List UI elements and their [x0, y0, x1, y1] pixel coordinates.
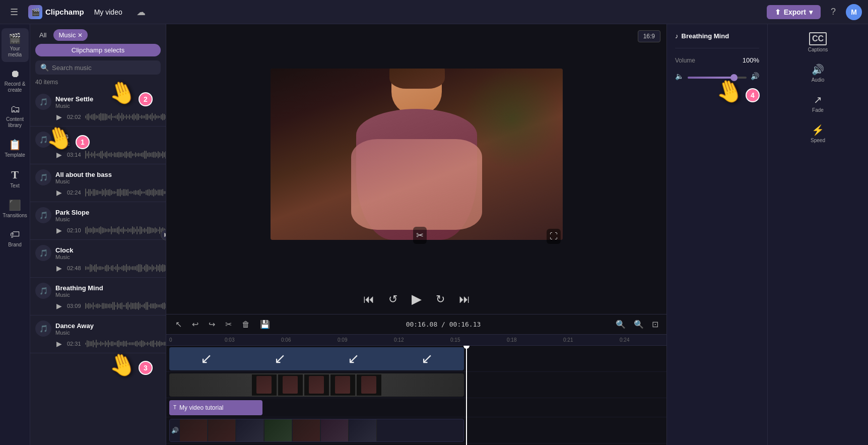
- aspect-ratio-badge[interactable]: 16:9: [638, 30, 660, 42]
- zoom-in-button[interactable]: 🔍: [632, 317, 646, 331]
- search-box: 🔍: [35, 60, 161, 75]
- preview-video: [271, 69, 563, 240]
- zoom-out-button[interactable]: 🔍: [614, 317, 628, 331]
- audio-panel-item[interactable]: 🔊 Audio: [798, 59, 838, 87]
- templates-icon: 📋: [9, 139, 21, 151]
- list-item[interactable]: 🎵 Dance Away Music ▶ 02:31: [30, 315, 166, 353]
- track-arrows[interactable]: ↙ ↙ ↙ ↙: [169, 347, 464, 370]
- filter-music-close-icon[interactable]: ✕: [78, 32, 83, 39]
- sidebar-item-your-media[interactable]: 🎬 Your media: [2, 28, 29, 62]
- sidebar-item-transitions[interactable]: ⬛ Transitions: [2, 195, 29, 223]
- play-button[interactable]: ▶: [55, 339, 63, 349]
- music-info: Dance Away Music: [55, 322, 161, 336]
- cloud-icon[interactable]: ☁: [132, 5, 150, 20]
- video-title[interactable]: My video: [90, 6, 126, 18]
- captions-icon: CC: [809, 32, 827, 45]
- skip-back-button[interactable]: ⏮: [361, 291, 376, 308]
- volume-max-icon[interactable]: 🔊: [751, 72, 759, 80]
- music-duration: 02:10: [67, 227, 81, 233]
- music-item-top: 🎵 Breathing Mind Music: [35, 283, 161, 299]
- play-button[interactable]: ▶: [55, 187, 63, 198]
- select-tool-button[interactable]: ↖: [172, 317, 185, 331]
- ruler-mark-4: 0:12: [394, 337, 404, 343]
- filter-all[interactable]: All: [35, 29, 50, 41]
- play-button[interactable]: ▶: [55, 112, 63, 122]
- record-icon: ⏺: [10, 68, 20, 80]
- crop-icon[interactable]: ✂: [413, 227, 427, 244]
- music-controls: ▶ 02:02: [35, 112, 161, 122]
- sidebar-label-your-media: Your media: [4, 46, 27, 58]
- sidebar-item-brand[interactable]: 🏷 Brand: [2, 225, 29, 252]
- fade-panel-item[interactable]: ↗ Fade: [798, 90, 838, 117]
- ruler-mark-1: 0:03: [225, 337, 234, 343]
- play-button[interactable]: ▶: [55, 225, 63, 235]
- track-video-lower[interactable]: 🔊: [169, 419, 464, 442]
- topbar: ☰ 🎬 Clipchamp My video ☁ ⬆ Export ▾ ? M: [0, 0, 868, 24]
- sidebar-item-templates[interactable]: 📋 Template: [2, 135, 29, 162]
- filter-music-chip[interactable]: Music ✕: [53, 29, 88, 41]
- rewind-5s-button[interactable]: ↺: [386, 291, 399, 308]
- search-icon: 🔍: [40, 63, 49, 72]
- undo-button[interactable]: ↩: [189, 317, 202, 331]
- music-duration: 03:09: [67, 303, 81, 309]
- delete-tool-button[interactable]: 🗑: [239, 318, 253, 331]
- help-icon[interactable]: ?: [827, 5, 840, 19]
- list-item[interactable]: 🎵 Breathing Mind Music ▶ 03:09: [30, 278, 166, 315]
- list-item[interactable]: 🎵 All about the bass Music ▶ 02:24: [30, 164, 166, 202]
- video-thumbnails: [169, 373, 464, 397]
- properties-panel: ♪ Breathing Mind Volume 100% 🔈 🔊 🤚 4: [666, 24, 767, 445]
- waveform: [85, 264, 166, 273]
- sidebar-label-brand: Brand: [8, 242, 22, 248]
- play-button[interactable]: ▶: [55, 301, 63, 311]
- export-button[interactable]: ⬆ Export ▾: [767, 5, 821, 19]
- track-row-video: [166, 372, 666, 398]
- search-input[interactable]: [52, 64, 156, 72]
- save-tool-button[interactable]: 💾: [257, 317, 273, 331]
- play-pause-button[interactable]: ▶: [410, 289, 424, 309]
- time-separator: /: [441, 321, 449, 328]
- sidebar-item-content-library[interactable]: 🗂 Content library: [2, 99, 29, 133]
- music-note-icon: 🎵: [35, 321, 51, 337]
- timeline-area: ↖ ↩ ↪ ✂ 🗑 💾 00:16.08 / 00:16.13 🔍 🔍 ⊡: [166, 314, 666, 445]
- ruler-mark-3: 0:09: [338, 337, 347, 343]
- music-title: Clock: [55, 246, 161, 254]
- skip-forward-button[interactable]: ⏭: [457, 291, 472, 308]
- sidebar-item-text[interactable]: T Text: [2, 164, 29, 193]
- music-list: 🎵 Never Settle Music ▶ 02:02 🎵: [30, 89, 166, 445]
- speed-panel-item[interactable]: ⚡ Speed: [798, 120, 838, 147]
- list-item[interactable]: 🎵 Never Settle Music ▶ 02:02: [30, 89, 166, 126]
- list-item[interactable]: 🎵 Park Slope Music ▶ 02:10: [30, 202, 166, 240]
- track-title[interactable]: T My video tutorial: [169, 400, 262, 415]
- ruler-mark-8: 0:24: [620, 337, 629, 343]
- play-button[interactable]: ▶: [55, 150, 63, 160]
- play-button[interactable]: ▶: [55, 263, 63, 273]
- clipchamp-selects-button[interactable]: Clipchamp selects: [35, 44, 161, 56]
- app-name: Clipchamp: [45, 8, 84, 16]
- fit-zoom-button[interactable]: ⊡: [650, 317, 660, 331]
- track-video[interactable]: [169, 373, 464, 397]
- volume-mute-icon[interactable]: 🔈: [675, 72, 684, 80]
- list-item[interactable]: 🎵 Clock Music ▶ 02:48: [30, 240, 166, 278]
- track-row-video2: 🔊: [166, 417, 666, 443]
- user-avatar[interactable]: M: [846, 4, 862, 20]
- music-item-top: 🎵 Park Slope Music: [35, 207, 161, 223]
- fullscreen-icon[interactable]: ⛶: [547, 229, 561, 244]
- forward-5s-button[interactable]: ↻: [434, 291, 447, 308]
- redo-button[interactable]: ↪: [206, 317, 218, 331]
- cut-tool-button[interactable]: ✂: [222, 317, 235, 331]
- music-controls: ▶ 02:31: [35, 339, 161, 349]
- sidebar-label-text: Text: [10, 183, 19, 189]
- track-row-title: T My video tutorial: [166, 398, 666, 417]
- volume-thumb[interactable]: [730, 74, 738, 81]
- sidebar-item-record-create[interactable]: ⏺ Record & create: [2, 64, 29, 97]
- music-title: Never Settle: [55, 95, 161, 103]
- volume-slider[interactable]: [688, 77, 747, 79]
- music-type: Music: [55, 216, 161, 222]
- list-item[interactable]: 🎵 LFG Music ▶ 03:14: [30, 126, 166, 164]
- volume-fill: [688, 77, 732, 79]
- export-chevron-icon: ▾: [809, 8, 813, 16]
- speed-icon: ⚡: [812, 124, 824, 136]
- captions-panel-item[interactable]: CC Captions: [798, 28, 838, 56]
- playhead[interactable]: [466, 346, 467, 445]
- menu-icon[interactable]: ☰: [6, 5, 22, 20]
